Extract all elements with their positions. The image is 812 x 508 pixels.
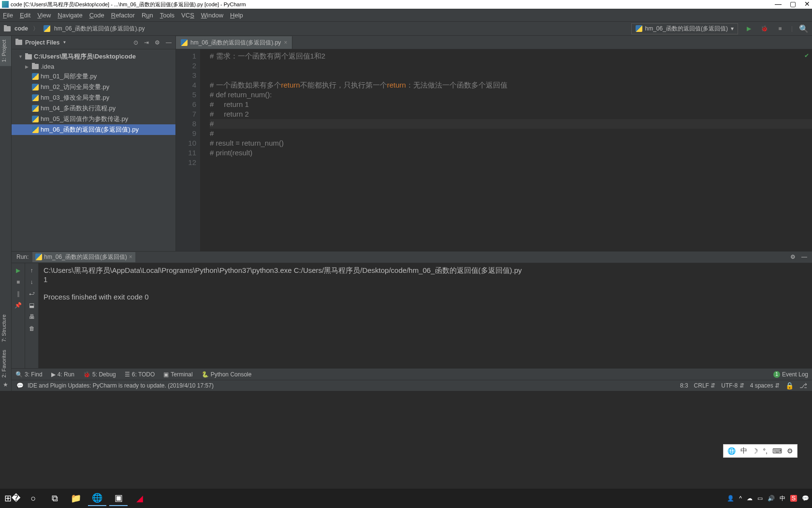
hide-icon[interactable]: — bbox=[166, 39, 172, 46]
tray-notifications-icon[interactable]: 💬 bbox=[802, 495, 809, 502]
tab-close-icon[interactable]: × bbox=[284, 39, 287, 46]
tray-up-icon[interactable]: ^ bbox=[739, 495, 742, 502]
notification-icon[interactable]: 💬 bbox=[16, 382, 24, 389]
ime-globe-icon[interactable]: 🌐 bbox=[727, 447, 736, 455]
pause-button[interactable]: ‖ bbox=[17, 290, 20, 297]
menu-refactor[interactable]: Refactor bbox=[111, 12, 135, 19]
tray-ime[interactable]: 中 bbox=[780, 494, 785, 503]
tool-terminal[interactable]: ▣ Terminal bbox=[163, 371, 192, 378]
structure-tool-tab[interactable]: 7: Structure bbox=[0, 311, 11, 346]
trash-icon[interactable]: 🗑 bbox=[29, 325, 35, 332]
git-branch-icon[interactable]: ⎇ bbox=[799, 382, 807, 389]
maximize-button[interactable]: ▢ bbox=[790, 0, 796, 8]
dropdown-icon[interactable]: ▼ bbox=[62, 40, 66, 45]
close-button[interactable]: ✕ bbox=[804, 0, 810, 8]
hide-icon[interactable]: — bbox=[801, 254, 807, 260]
ime-keyboard-icon[interactable]: ⌨ bbox=[772, 447, 782, 455]
ime-settings-icon[interactable]: ⚙ bbox=[787, 447, 793, 455]
menu-edit[interactable]: Edit bbox=[20, 12, 30, 19]
run-config-selector[interactable]: hm_06_函数的返回值(多返回值) ▾ bbox=[631, 23, 738, 34]
tray-onedrive-icon[interactable]: ☁ bbox=[747, 495, 753, 502]
line-ending[interactable]: CRLF ⇵ bbox=[694, 382, 716, 389]
settings-icon[interactable]: ⚙ bbox=[790, 254, 796, 260]
inspection-ok-icon[interactable]: ✔ bbox=[804, 52, 809, 59]
taskbar-acrobat[interactable]: ◢ bbox=[130, 491, 149, 506]
project-tree[interactable]: ▼ C:\Users\黑马程序员\Desktop\code ▶ .idea hm… bbox=[12, 49, 175, 251]
caret-position[interactable]: 8:3 bbox=[680, 382, 688, 389]
taskbar-chrome[interactable]: 🌐 bbox=[88, 491, 106, 506]
taskbar-pycharm[interactable]: ▣ bbox=[109, 491, 128, 506]
project-tool-tab[interactable]: 1: Project bbox=[0, 36, 11, 66]
rerun-button[interactable]: ▶ bbox=[16, 267, 20, 274]
ime-lang[interactable]: 中 bbox=[740, 447, 747, 455]
run-tab[interactable]: hm_06_函数的返回值(多返回值) × bbox=[32, 252, 135, 262]
tray-battery-icon[interactable]: ▭ bbox=[757, 495, 763, 502]
scroll-icon[interactable]: ⬓ bbox=[29, 302, 34, 309]
tab-close-icon[interactable]: × bbox=[129, 254, 132, 260]
ime-toolbar[interactable]: 🌐 中 ☽ °, ⌨ ⚙ bbox=[723, 444, 798, 458]
up-icon[interactable]: ↑ bbox=[30, 267, 33, 274]
stop-button[interactable]: ■ bbox=[776, 24, 784, 33]
menu-window[interactable]: Window bbox=[201, 12, 223, 19]
menu-code[interactable]: Code bbox=[89, 12, 104, 19]
menu-help[interactable]: Help bbox=[230, 12, 243, 19]
readonly-lock-icon[interactable]: 🔒 bbox=[785, 382, 794, 389]
project-panel-title[interactable]: Project Files bbox=[25, 39, 59, 46]
debug-button[interactable]: 🐞 bbox=[760, 24, 769, 33]
favorites-star-icon[interactable]: ★ bbox=[0, 381, 11, 391]
tree-file[interactable]: hm_05_返回值作为参数传递.py bbox=[12, 114, 175, 124]
tool-run[interactable]: ▶ 4: Run bbox=[51, 371, 74, 378]
wrap-icon[interactable]: ⮐ bbox=[29, 290, 35, 297]
ime-moon-icon[interactable]: ☽ bbox=[752, 447, 758, 455]
minimize-button[interactable]: — bbox=[775, 0, 782, 8]
navigation-bar: code 〉 hm_06_函数的返回值(多返回值).py hm_06_函数的返回… bbox=[0, 21, 812, 36]
stop-button[interactable]: ■ bbox=[16, 279, 20, 285]
menu-run[interactable]: Run bbox=[142, 12, 153, 19]
run-button[interactable]: ▶ bbox=[745, 24, 754, 33]
tree-folder-idea[interactable]: ▶ .idea bbox=[12, 62, 175, 71]
search-button[interactable]: 🔍 bbox=[799, 24, 808, 33]
tool-debug[interactable]: 🐞 5: Debug bbox=[83, 371, 116, 378]
status-bar: 💬 IDE and Plugin Updates: PyCharm is rea… bbox=[12, 380, 812, 391]
tray-people-icon[interactable]: 👤 bbox=[727, 495, 734, 502]
pin-icon[interactable]: 📌 bbox=[14, 302, 22, 309]
tree-file[interactable]: hm_03_修改全局变量.py bbox=[12, 92, 175, 103]
tool-python-console[interactable]: 🐍 Python Console bbox=[202, 371, 252, 378]
collapse-icon[interactable]: ⇥ bbox=[144, 39, 149, 46]
cortana-icon[interactable]: ○ bbox=[24, 491, 43, 506]
menu-navigate[interactable]: Navigate bbox=[58, 12, 82, 19]
tree-file[interactable]: hm_02_访问全局变量.py bbox=[12, 82, 175, 92]
menu-file[interactable]: File bbox=[3, 12, 13, 19]
menu-tools[interactable]: Tools bbox=[160, 12, 174, 19]
locate-icon[interactable]: ⊙ bbox=[133, 39, 138, 46]
left-tool-strip: 1: Project 7: Structure 2: Favorites ★ bbox=[0, 36, 12, 391]
tree-file[interactable]: hm_01_局部变量.py bbox=[12, 71, 175, 82]
favorites-tool-tab[interactable]: 2: Favorites bbox=[0, 346, 11, 381]
task-view-icon[interactable]: ⧉ bbox=[45, 491, 64, 506]
tree-file-selected[interactable]: hm_06_函数的返回值(多返回值).py bbox=[12, 124, 175, 135]
file-encoding[interactable]: UTF-8 ⇵ bbox=[721, 382, 744, 389]
indent-setting[interactable]: 4 spaces ⇵ bbox=[750, 382, 780, 389]
tool-find[interactable]: 🔍 3: Find bbox=[15, 371, 43, 378]
editor-area: hm_06_函数的返回值(多返回值).py × 123456789101112 … bbox=[176, 36, 812, 251]
editor-tab[interactable]: hm_06_函数的返回值(多返回值).py × bbox=[176, 36, 292, 49]
tree-root[interactable]: ▼ C:\Users\黑马程序员\Desktop\code bbox=[12, 51, 175, 62]
tray-volume-icon[interactable]: 🔊 bbox=[768, 495, 775, 502]
tree-file[interactable]: hm_04_多函数执行流程.py bbox=[12, 103, 175, 114]
print-icon[interactable]: 🖶 bbox=[29, 314, 35, 320]
taskbar-explorer[interactable]: 📁 bbox=[67, 491, 85, 506]
settings-icon[interactable]: ⚙ bbox=[155, 39, 160, 46]
code-editor[interactable]: 123456789101112 # 需求：一个函数有两个返回值1和2 # 一个函… bbox=[176, 49, 812, 251]
windows-taskbar: ⊞� ○ ⧉ 📁 🌐 ▣ ◢ 👤 ^ ☁ ▭ 🔊 中 S 💬 bbox=[0, 489, 812, 508]
tool-event-log[interactable]: 1 Event Log bbox=[773, 371, 808, 378]
start-button[interactable]: ⊞� bbox=[3, 491, 21, 506]
tray-sogou-icon[interactable]: S bbox=[790, 495, 797, 502]
menu-view[interactable]: View bbox=[37, 12, 51, 19]
menu-vcs[interactable]: VCS bbox=[181, 12, 194, 19]
tool-todo[interactable]: ☰ 6: TODO bbox=[125, 371, 155, 378]
down-icon[interactable]: ↓ bbox=[30, 279, 33, 285]
ime-punct-icon[interactable]: °, bbox=[763, 447, 768, 455]
run-output[interactable]: C:\Users\黑马程序员\AppData\Local\Programs\Py… bbox=[39, 263, 812, 369]
breadcrumb-file[interactable]: hm_06_函数的返回值(多返回值).py bbox=[54, 25, 145, 33]
breadcrumb-root[interactable]: code bbox=[14, 25, 28, 32]
